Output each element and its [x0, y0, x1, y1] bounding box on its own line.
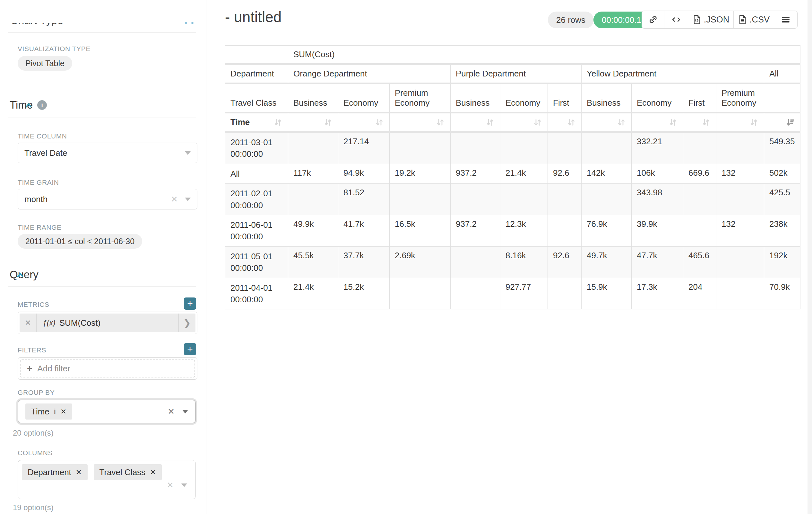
pivot-value-cell: 332.21 [632, 132, 683, 164]
sort-icon[interactable] [323, 117, 333, 127]
add-metric-button[interactable]: + [184, 297, 196, 310]
time-column-value: Travel Date [24, 148, 67, 158]
tag-label: Department [28, 467, 71, 477]
pivot-column-header: Economy [632, 83, 683, 113]
tag-label: Time [31, 407, 50, 417]
control-panel-sidebar: Chart Type RUN SAVE VISUALIZATION TYPE P… [0, 0, 206, 514]
sort-icon[interactable] [375, 117, 384, 127]
pivot-table: SUM(Cost)DepartmentOrange DepartmentPurp… [225, 45, 801, 309]
sort-icon[interactable] [616, 117, 626, 127]
pivot-row-label: 2011-02-0100:00:00 [225, 184, 288, 215]
clipped-icon-dot [185, 22, 187, 24]
pivot-row-label: 2011-03-0100:00:00 [225, 132, 288, 164]
pivot-time-sort-header[interactable]: Time [225, 113, 288, 132]
pivot-value-cell: 425.5 [764, 184, 801, 215]
sort-descending-icon[interactable] [785, 117, 795, 127]
time-grain-select[interactable]: month ✕ [18, 189, 197, 210]
hamburger-icon [781, 15, 790, 24]
pivot-sort-cell[interactable] [451, 113, 500, 132]
metric-value: SUM(Cost) [59, 318, 101, 328]
remove-metric-icon[interactable]: ✕ [20, 314, 37, 332]
export-csv-button[interactable]: .CSV [734, 11, 774, 28]
columns-tag-travel-class[interactable]: Travel Class ✕ [94, 464, 162, 480]
pivot-sort-cell[interactable] [582, 113, 632, 132]
pivot-column-header [764, 83, 801, 113]
pivot-column-header: Business [582, 83, 632, 113]
pivot-sort-cell[interactable] [500, 113, 548, 132]
chevron-down-icon[interactable] [181, 484, 187, 487]
group-by-label: GROUP BY [18, 389, 55, 397]
group-by-tag-time[interactable]: Time i ✕ [25, 404, 72, 420]
divider [8, 117, 196, 118]
sort-icon[interactable] [436, 117, 445, 127]
viz-type-pill[interactable]: Pivot Table [18, 56, 72, 71]
pivot-sort-cell[interactable] [764, 113, 801, 132]
columns-tag-department[interactable]: Department ✕ [22, 464, 88, 480]
chevron-down-icon[interactable] [185, 197, 191, 201]
clear-icon[interactable]: ✕ [168, 407, 175, 417]
clear-icon[interactable]: ✕ [167, 480, 174, 490]
group-by-select[interactable]: Time i ✕ ✕ [18, 400, 196, 424]
pivot-sort-cell[interactable] [632, 113, 683, 132]
pivot-sort-cell[interactable] [338, 113, 389, 132]
pivot-value-cell [288, 184, 338, 215]
columns-select[interactable]: Department ✕ Travel Class ✕ ✕ [18, 460, 196, 499]
pivot-row: 2011-03-0100:00:00217.14332.21549.35 [225, 132, 801, 164]
pivot-value-cell [389, 132, 451, 164]
pivot-value-cell: 937.2 [451, 164, 500, 184]
pivot-value-cell [683, 184, 716, 215]
time-column-select[interactable]: Travel Date [18, 143, 197, 163]
pivot-sort-cell[interactable] [288, 113, 338, 132]
results-menu-button[interactable] [774, 11, 797, 28]
pivot-sort-cell[interactable] [716, 113, 764, 132]
link-icon [648, 15, 658, 24]
pivot-value-cell: 21.4k [288, 278, 338, 309]
sort-icon[interactable] [273, 117, 283, 127]
clear-icon[interactable]: ✕ [171, 194, 178, 204]
code-icon [671, 15, 682, 25]
sort-icon[interactable] [485, 117, 495, 127]
pivot-row-label: 2011-04-0100:00:00 [225, 278, 288, 309]
collapse-time-icon[interactable] [24, 101, 33, 110]
info-icon[interactable]: i [37, 100, 47, 110]
pivot-column-header: Premium Economy [389, 83, 451, 113]
chevron-down-icon[interactable] [182, 410, 188, 413]
remove-tag-icon[interactable]: ✕ [60, 407, 66, 416]
chart-title[interactable]: - untitled [225, 8, 282, 26]
sort-icon[interactable] [749, 117, 759, 127]
pivot-value-cell [548, 278, 582, 309]
pivot-sort-cell[interactable] [683, 113, 716, 132]
pivot-value-cell: 204 [683, 278, 716, 309]
scrollbar-track[interactable] [808, 0, 812, 514]
pivot-group-header: All [764, 64, 801, 83]
pivot-value-cell: 132 [716, 215, 764, 246]
chevron-down-icon[interactable] [185, 151, 191, 155]
pivot-row-label: 2011-05-0100:00:00 [225, 246, 288, 278]
pivot-value-cell: 92.6 [548, 164, 582, 184]
copy-link-button[interactable] [642, 11, 664, 28]
pivot-sort-cell[interactable] [548, 113, 582, 132]
sort-icon[interactable] [567, 117, 576, 127]
pivot-table-container: SUM(Cost)DepartmentOrange DepartmentPurp… [225, 45, 801, 309]
add-filter-button[interactable]: + Add filter [20, 359, 195, 377]
collapse-query-icon[interactable] [16, 270, 25, 280]
sort-icon[interactable] [701, 117, 711, 127]
sort-icon[interactable] [533, 117, 543, 127]
add-filter-plus-button[interactable]: + [184, 343, 196, 355]
remove-tag-icon[interactable]: ✕ [150, 468, 156, 477]
pivot-department-axis-label: Department [225, 64, 288, 83]
query-section-heading: Query [10, 269, 38, 281]
pivot-row: 2011-04-0100:00:0021.4k15.2k927.7715.9k1… [225, 278, 801, 309]
export-json-button[interactable]: .JSON [688, 11, 734, 28]
tag-label: Travel Class [99, 467, 146, 477]
view-query-button[interactable] [664, 11, 688, 28]
sort-icon[interactable] [668, 117, 678, 127]
chevron-right-icon[interactable]: ❯ [178, 314, 196, 332]
remove-tag-icon[interactable]: ✕ [76, 468, 82, 477]
pivot-value-cell: 192k [764, 246, 801, 278]
results-panel: - untitled 26 rows 00:00:00.18 [207, 0, 808, 514]
time-range-pill[interactable]: 2011-01-01 ≤ col < 2011-06-30 [18, 234, 142, 249]
pivot-value-cell: 41.7k [338, 215, 389, 246]
metric-pill[interactable]: ✕ ƒ(x) SUM(Cost) ❯ [20, 314, 196, 332]
pivot-sort-cell[interactable] [389, 113, 451, 132]
